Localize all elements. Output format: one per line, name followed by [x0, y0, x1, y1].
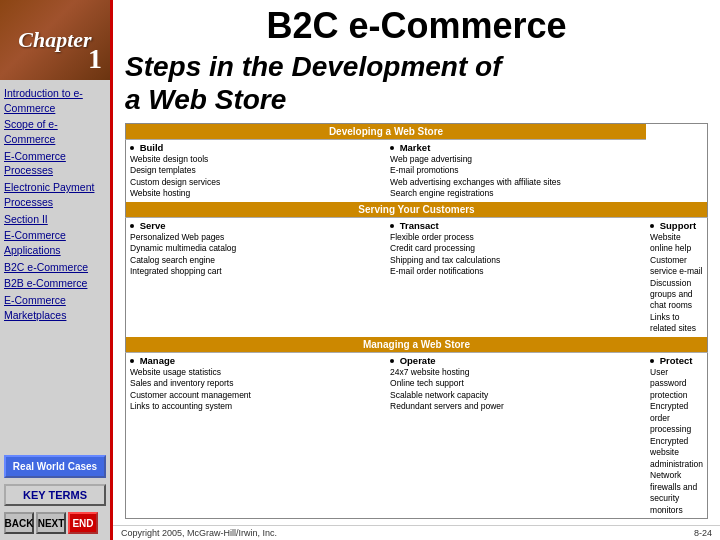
sidebar-item-b2c-ecommerce[interactable]: B2C e-Commerce [4, 260, 106, 275]
managing-header: Managing a Web Store [126, 337, 708, 353]
transact-items: Flexible order processCredit card proces… [390, 232, 642, 278]
page-header: B2C e-Commerce Steps in the Development … [113, 0, 720, 117]
list-item: Custom design services [130, 177, 382, 188]
page-subtitle: Steps in the Development of a Web Store [125, 50, 708, 117]
list-item: Website online help [650, 232, 703, 255]
build-bullet-dot [130, 146, 134, 150]
list-item: Design templates [130, 165, 382, 176]
operate-cell: Operate 24x7 website hostingOnline tech … [386, 352, 646, 518]
list-item: Network firewalls and security monitors [650, 470, 703, 516]
market-cell: Market Web page advertisingE-mail promot… [386, 139, 646, 201]
list-item: Dynamic multimedia catalog [130, 243, 382, 254]
list-item: User password protection [650, 367, 703, 401]
sidebar-item-intro-ecommerce[interactable]: Introduction to e-Commerce [4, 86, 106, 115]
list-item: Redundant servers and power [390, 401, 642, 412]
build-items: Website design toolsDesign templatesCust… [130, 154, 382, 200]
sidebar-item-scope-ecommerce[interactable]: Scope of e-Commerce [4, 117, 106, 146]
protect-cell: Protect User password protectionEncrypte… [646, 352, 707, 518]
list-item: Links to related sites [650, 312, 703, 335]
list-item: Encrypted order processing [650, 401, 703, 435]
list-item: Scalable network capacity [390, 390, 642, 401]
list-item: Customer service e-mail [650, 255, 703, 278]
sidebar-item-ecommerce-processes[interactable]: E-Commerce Processes [4, 149, 106, 178]
list-item: Links to accounting system [130, 401, 382, 412]
nav-controls: BACK NEXT END [4, 512, 106, 534]
list-item: Customer account management [130, 390, 382, 401]
chapter-badge: Chapter 1 [0, 0, 110, 80]
sidebar-item-ecommerce-applications[interactable]: E-Commerce Applications [4, 228, 106, 257]
serve-bullet-dot [130, 224, 134, 228]
protect-bullet-dot [650, 359, 654, 363]
protect-items: User password protectionEncrypted order … [650, 367, 703, 516]
list-item: E-mail promotions [390, 165, 642, 176]
list-item: E-mail order notifications [390, 266, 642, 277]
sidebar-item-electronic-payment[interactable]: Electronic Payment Processes [4, 180, 106, 209]
list-item: Shipping and tax calculations [390, 255, 642, 266]
developing-row: Build Website design toolsDesign templat… [126, 139, 708, 201]
chapter-label: Chapter [18, 27, 91, 53]
serving-row: Serve Personalized Web pagesDynamic mult… [126, 217, 708, 337]
end-button[interactable]: END [68, 512, 98, 534]
page-footer: Copyright 2005, McGraw-Hill/Irwin, Inc. … [113, 525, 720, 540]
list-item: Website design tools [130, 154, 382, 165]
sidebar-bottom: Real World Cases KEY TERMS BACK NEXT END [0, 449, 110, 540]
list-item: Integrated shopping cart [130, 266, 382, 277]
support-title: Support [650, 220, 703, 231]
operate-items: 24x7 website hostingOnline tech supportS… [390, 367, 642, 413]
main-content: B2C e-Commerce Steps in the Development … [110, 0, 720, 540]
list-item: Flexible order process [390, 232, 642, 243]
sidebar-item-ecommerce-marketplaces[interactable]: E-Commerce Marketplaces [4, 293, 106, 322]
serve-items: Personalized Web pagesDynamic multimedia… [130, 232, 382, 278]
section-developing-header: Developing a Web Store [126, 123, 708, 139]
web-store-table: Developing a Web Store Build Website des… [125, 123, 708, 519]
next-button[interactable]: NEXT [36, 512, 66, 534]
protect-title: Protect [650, 355, 703, 366]
list-item: Encrypted website administration [650, 436, 703, 470]
manage-bullet-dot [130, 359, 134, 363]
serve-title: Serve [130, 220, 382, 231]
list-item: Sales and inventory reports [130, 378, 382, 389]
transact-cell: Transact Flexible order processCredit ca… [386, 217, 646, 337]
managing-row: Manage Website usage statisticsSales and… [126, 352, 708, 518]
list-item: Online tech support [390, 378, 642, 389]
support-items: Website online helpCustomer service e-ma… [650, 232, 703, 335]
list-item: Personalized Web pages [130, 232, 382, 243]
list-item: Web advertising exchanges with affiliate… [390, 177, 642, 188]
list-item: Web page advertising [390, 154, 642, 165]
developing-header: Developing a Web Store [126, 123, 647, 139]
chapter-number: 1 [88, 43, 102, 75]
transact-title: Transact [390, 220, 642, 231]
transact-bullet-dot [390, 224, 394, 228]
sidebar: Chapter 1 Introduction to e-CommerceScop… [0, 0, 110, 540]
section-managing-header: Managing a Web Store [126, 337, 708, 353]
sidebar-item-b2b-ecommerce[interactable]: B2B e-Commerce [4, 276, 106, 291]
list-item: Catalog search engine [130, 255, 382, 266]
page-title: B2C e-Commerce [125, 6, 708, 46]
operate-title: Operate [390, 355, 642, 366]
sidebar-item-section-ii[interactable]: Section II [4, 212, 106, 227]
back-button[interactable]: BACK [4, 512, 34, 534]
section-serving-header: Serving Your Customers [126, 202, 708, 218]
page-number: 8-24 [694, 528, 712, 538]
serve-cell: Serve Personalized Web pagesDynamic mult… [126, 217, 387, 337]
serving-header: Serving Your Customers [126, 202, 708, 218]
real-world-cases-button[interactable]: Real World Cases [4, 455, 106, 478]
list-item: Website usage statistics [130, 367, 382, 378]
list-item: Search engine registrations [390, 188, 642, 199]
list-item: Discussion groups and chat rooms [650, 278, 703, 312]
manage-title: Manage [130, 355, 382, 366]
copyright-text: Copyright 2005, McGraw-Hill/Irwin, Inc. [121, 528, 277, 538]
operate-bullet-dot [390, 359, 394, 363]
nav-links: Introduction to e-CommerceScope of e-Com… [0, 80, 110, 449]
build-title: Build [130, 142, 382, 153]
market-bullet-dot [390, 146, 394, 150]
market-items: Web page advertisingE-mail promotionsWeb… [390, 154, 642, 200]
key-terms-button[interactable]: KEY TERMS [4, 484, 106, 506]
list-item: 24x7 website hosting [390, 367, 642, 378]
manage-items: Website usage statisticsSales and invent… [130, 367, 382, 413]
list-item: Website hosting [130, 188, 382, 199]
build-cell: Build Website design toolsDesign templat… [126, 139, 387, 201]
support-bullet-dot [650, 224, 654, 228]
manage-cell: Manage Website usage statisticsSales and… [126, 352, 387, 518]
list-item: Credit card processing [390, 243, 642, 254]
